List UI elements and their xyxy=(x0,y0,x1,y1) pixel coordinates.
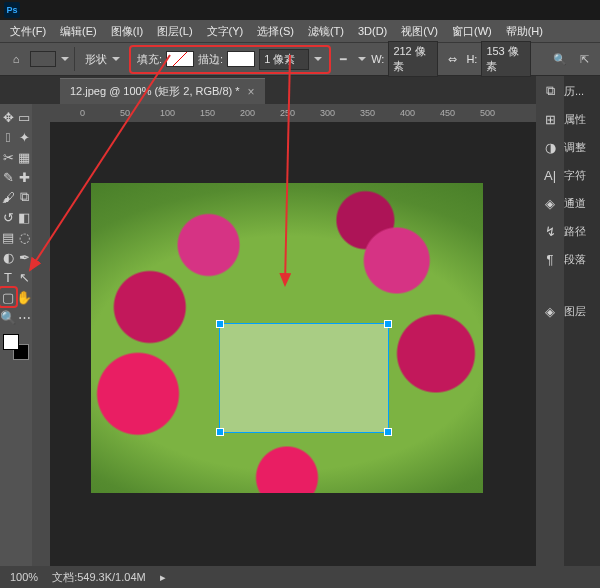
history-icon[interactable]: ⧉ xyxy=(540,82,560,100)
fg-bg-swatch[interactable] xyxy=(3,334,29,360)
status-arrow[interactable]: ▸ xyxy=(160,571,166,584)
stamp-tool[interactable]: ⧉ xyxy=(16,188,32,206)
menu-window[interactable]: 窗口(W) xyxy=(446,22,498,41)
wand-tool[interactable]: ✦ xyxy=(16,128,32,146)
panel-channels[interactable]: 通道 xyxy=(564,194,600,212)
home-icon[interactable]: ⌂ xyxy=(6,49,26,69)
properties-icon[interactable]: ⊞ xyxy=(540,110,560,128)
zoom-level[interactable]: 100% xyxy=(10,571,38,583)
w-label: W: xyxy=(371,53,384,65)
menu-help[interactable]: 帮助(H) xyxy=(500,22,549,41)
stroke-type-dd[interactable] xyxy=(357,54,367,64)
channels-icon[interactable]: ◈ xyxy=(540,194,560,212)
menu-bar: 文件(F) 编辑(E) 图像(I) 图层(L) 文字(Y) 选择(S) 滤镜(T… xyxy=(0,20,600,42)
handle-bottom-right[interactable] xyxy=(384,428,392,436)
dodge-tool[interactable]: ◐ xyxy=(0,248,16,266)
heal-tool[interactable]: ✚ xyxy=(16,168,32,186)
document-image xyxy=(91,183,483,493)
status-bar: 100% 文档:549.3K/1.04M ▸ xyxy=(0,566,600,588)
stroke-label: 描边: xyxy=(198,52,223,67)
pen-tool[interactable]: ✒ xyxy=(16,248,32,266)
marquee-tool[interactable]: ▭ xyxy=(16,108,32,126)
tool-preset-dd[interactable] xyxy=(60,54,70,64)
handle-top-left[interactable] xyxy=(216,320,224,328)
tool-preset[interactable] xyxy=(30,51,56,67)
right-panel-collapsed: ⧉ ⊞ ◑ A| ◈ ↯ ¶ ◈ 历... 属性 调整 字符 通道 路径 段落 … xyxy=(536,76,600,566)
link-wh-icon[interactable]: ⇔ xyxy=(442,49,462,69)
brush-tool[interactable]: 🖌 xyxy=(0,188,16,206)
path-select-tool[interactable]: ↖ xyxy=(16,268,32,286)
ruler-horizontal[interactable]: 0 50 100 150 200 250 300 350 400 450 500 xyxy=(50,104,536,122)
stroke-swatch[interactable] xyxy=(227,51,255,67)
character-icon[interactable]: A| xyxy=(540,166,560,184)
handle-bottom-left[interactable] xyxy=(216,428,224,436)
panel-properties[interactable]: 属性 xyxy=(564,110,600,128)
panel-paragraph[interactable]: 段落 xyxy=(564,250,600,268)
move-tool[interactable]: ✥ xyxy=(0,108,16,126)
fill-label: 填充: xyxy=(137,52,162,67)
ps-logo: Ps xyxy=(4,2,20,18)
doc-tab-title: 12.jpeg @ 100% (矩形 2, RGB/8) * xyxy=(70,84,240,99)
menu-select[interactable]: 选择(S) xyxy=(251,22,300,41)
stroke-type[interactable]: ━ xyxy=(333,49,353,69)
w-field[interactable]: 212 像素 xyxy=(388,41,438,77)
options-bar: ⌂ 形状 填充: 描边: 1 像素 ━ W: 212 像素 ⇔ H: 153 像… xyxy=(0,42,600,76)
stroke-width-dd[interactable] xyxy=(313,54,323,64)
eyedropper-tool[interactable]: ✎ xyxy=(0,168,16,186)
paragraph-icon[interactable]: ¶ xyxy=(540,250,560,268)
menu-3d[interactable]: 3D(D) xyxy=(352,23,393,39)
panel-adjustments[interactable]: 调整 xyxy=(564,138,600,156)
menu-view[interactable]: 视图(V) xyxy=(395,22,444,41)
h-field[interactable]: 153 像素 xyxy=(481,41,531,77)
eraser-tool[interactable]: ◧ xyxy=(16,208,32,226)
menu-type[interactable]: 文字(Y) xyxy=(201,22,250,41)
adjustments-icon[interactable]: ◑ xyxy=(540,138,560,156)
zoom-tool[interactable]: 🔍 xyxy=(0,308,16,326)
menu-file[interactable]: 文件(F) xyxy=(4,22,52,41)
lasso-tool[interactable]: 𓏰 xyxy=(0,128,16,146)
panel-history[interactable]: 历... xyxy=(564,82,600,100)
panel-paths[interactable]: 路径 xyxy=(564,222,600,240)
history-brush-tool[interactable]: ↺ xyxy=(0,208,16,226)
search-icon[interactable]: 🔍 xyxy=(550,49,570,69)
canvas[interactable] xyxy=(50,122,524,554)
mode-label: 形状 xyxy=(85,52,107,67)
rectangle-tool[interactable]: ▢ xyxy=(0,288,16,306)
title-bar: Ps xyxy=(0,0,600,20)
h-label: H: xyxy=(466,53,477,65)
menu-image[interactable]: 图像(I) xyxy=(105,22,149,41)
fill-stroke-group: 填充: 描边: 1 像素 xyxy=(131,47,329,72)
panel-character[interactable]: 字符 xyxy=(564,166,600,184)
handle-top-right[interactable] xyxy=(384,320,392,328)
menu-layer[interactable]: 图层(L) xyxy=(151,22,198,41)
doc-tabs: 12.jpeg @ 100% (矩形 2, RGB/8) * × xyxy=(0,76,600,104)
layers-icon[interactable]: ◈ xyxy=(540,302,560,320)
mode-dd[interactable] xyxy=(111,54,121,64)
ruler-vertical[interactable] xyxy=(32,104,50,566)
foreground-color[interactable] xyxy=(3,334,19,350)
menu-edit[interactable]: 编辑(E) xyxy=(54,22,103,41)
frame-tool[interactable]: ▦ xyxy=(16,148,32,166)
toolbox: ✥▭ 𓏰✦ ✂▦ ✎✚ 🖌⧉ ↺◧ ▤◌ ◐✒ T↖ ▢✋ 🔍⋯ xyxy=(0,104,32,566)
panel-layers[interactable]: 图层 xyxy=(564,302,600,320)
crop-tool[interactable]: ✂ xyxy=(0,148,16,166)
doc-info[interactable]: 文档:549.3K/1.04M xyxy=(52,570,146,585)
workspace: 0 50 100 150 200 250 300 350 400 450 500 xyxy=(32,104,536,566)
mode-group[interactable]: 形状 xyxy=(79,50,127,69)
doc-tab-12jpeg[interactable]: 12.jpeg @ 100% (矩形 2, RGB/8) * × xyxy=(60,78,265,104)
divider xyxy=(74,47,75,71)
rectangle-shape[interactable] xyxy=(219,323,389,433)
edit-toolbar[interactable]: ⋯ xyxy=(16,308,32,326)
stroke-width-field[interactable]: 1 像素 xyxy=(259,49,309,70)
paths-icon[interactable]: ↯ xyxy=(540,222,560,240)
hand-tool[interactable]: ✋ xyxy=(16,288,32,306)
close-icon[interactable]: × xyxy=(248,85,255,99)
fill-swatch[interactable] xyxy=(166,51,194,67)
blur-tool[interactable]: ◌ xyxy=(16,228,32,246)
share-icon[interactable]: ⇱ xyxy=(574,49,594,69)
menu-filter[interactable]: 滤镜(T) xyxy=(302,22,350,41)
type-tool[interactable]: T xyxy=(0,268,16,286)
gradient-tool[interactable]: ▤ xyxy=(0,228,16,246)
